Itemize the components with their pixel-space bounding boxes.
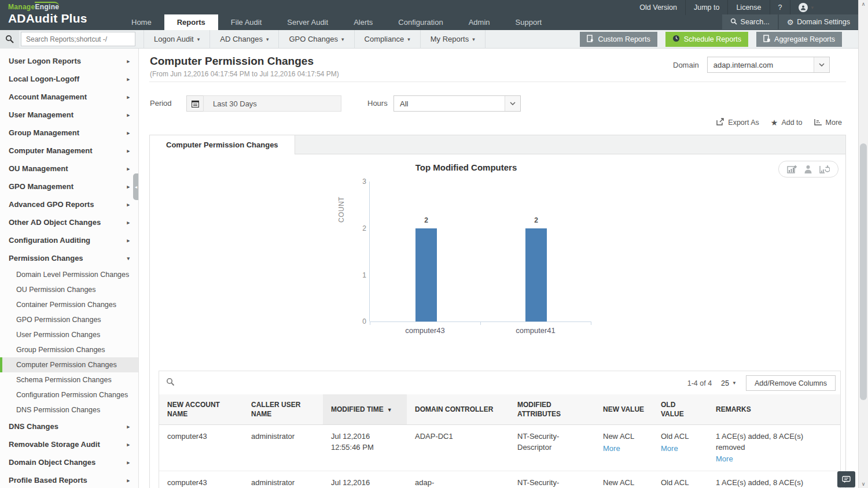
chevron-down-icon: ▾ bbox=[472, 36, 475, 42]
add-to-link[interactable]: ★ Add to bbox=[771, 118, 803, 127]
sidebar-item-group-management[interactable]: Group Management▸ bbox=[0, 124, 138, 142]
remarks-more-link[interactable]: More bbox=[716, 454, 733, 464]
chat-feedback-button[interactable] bbox=[837, 471, 855, 487]
sidebar-item-local-logon-logoff[interactable]: Local Logon-Logoff▸ bbox=[0, 70, 138, 88]
col-header-domain-controller[interactable]: DOMAIN CONTROLLER bbox=[407, 394, 509, 425]
custom-reports-button[interactable]: Custom Reports bbox=[580, 32, 657, 47]
nav-tab-configuration[interactable]: Configuration bbox=[385, 14, 455, 30]
period-value-field[interactable]: Last 30 Days bbox=[203, 95, 341, 112]
bar-computer43[interactable] bbox=[415, 228, 437, 321]
col-header-remarks[interactable]: REMARKS bbox=[708, 394, 840, 425]
aggregate-reports-button[interactable]: Aggregate Reports bbox=[756, 32, 842, 47]
global-search-button[interactable]: Search... bbox=[722, 14, 778, 29]
license-link[interactable]: License bbox=[727, 0, 769, 15]
sidebar-item-configuration-permission-changes[interactable]: Configuration Permission Changes bbox=[0, 387, 138, 402]
page-title: Computer Permission Changes bbox=[150, 55, 314, 68]
filter-row: Period Last 30 Days Hours All bbox=[139, 95, 858, 112]
export-as-link[interactable]: Export As bbox=[716, 118, 759, 127]
sidebar-item-other-ad-object-changes[interactable]: Other AD Object Changes▸ bbox=[0, 213, 138, 231]
sidebar-item-domain-level-permission-changes[interactable]: Domain Level Permission Changes bbox=[0, 267, 138, 282]
col-header-modified-attributes[interactable]: MODIFIED ATTRIBUTES bbox=[509, 394, 595, 425]
menu-compliance[interactable]: Compliance▾ bbox=[355, 30, 421, 49]
schedule-reports-button[interactable]: Schedule Reports bbox=[665, 32, 748, 47]
col-header-new-account-name[interactable]: NEW ACCOUNT NAME bbox=[159, 394, 243, 425]
sidebar-item-profile-based-reports[interactable]: Profile Based Reports▸ bbox=[0, 471, 138, 488]
nav-tab-file-audit[interactable]: File Audit bbox=[218, 14, 274, 30]
sidebar-item-container-permission-changes[interactable]: Container Permission Changes bbox=[0, 297, 138, 312]
x-category-computer41: computer41 bbox=[480, 326, 591, 335]
sidebar-item-permission-changes[interactable]: Permission Changes▾ bbox=[0, 249, 138, 267]
jump-to-link[interactable]: Jump to bbox=[685, 0, 727, 15]
col-header-modified-time[interactable]: MODIFIED TIME▼ bbox=[323, 394, 407, 425]
menu-ad-changes[interactable]: AD Changes▾ bbox=[210, 30, 279, 49]
bar-computer41[interactable] bbox=[525, 228, 547, 321]
sidebar-item-user-management[interactable]: User Management▸ bbox=[0, 106, 138, 124]
report-search-input[interactable] bbox=[21, 32, 135, 46]
chart-person-icon[interactable] bbox=[804, 165, 812, 174]
y-tick-2: 2 bbox=[354, 224, 366, 232]
domain-label: Domain bbox=[673, 61, 699, 69]
nav-tab-home[interactable]: Home bbox=[119, 14, 164, 30]
chart-toolbar bbox=[778, 161, 838, 178]
sidebar-item-gpo-permission-changes[interactable]: GPO Permission Changes bbox=[0, 312, 138, 327]
sidebar-item-group-permission-changes[interactable]: Group Permission Changes bbox=[0, 342, 138, 357]
domain-selector-row: Domain adap.internal.com bbox=[673, 57, 830, 73]
tab-computer-permission-changes[interactable]: Computer Permission Changes bbox=[150, 135, 295, 154]
help-button[interactable]: ? bbox=[770, 0, 790, 15]
col-header-new-value[interactable]: NEW VALUE bbox=[595, 394, 653, 425]
chart-type-add-icon[interactable] bbox=[787, 165, 797, 174]
old-value-more-link[interactable]: More bbox=[661, 443, 678, 454]
sidebar-item-advanced-gpo-reports[interactable]: Advanced GPO Reports▸ bbox=[0, 195, 138, 213]
col-header-old-value[interactable]: OLD VALUE bbox=[653, 394, 708, 425]
arrow-right-icon: ▸ bbox=[127, 442, 130, 448]
table-search-icon[interactable] bbox=[166, 378, 175, 389]
sidebar-item-ou-management[interactable]: OU Management▸ bbox=[0, 160, 138, 178]
menu-my-reports[interactable]: My Reports▾ bbox=[421, 30, 486, 49]
sidebar-item-account-management[interactable]: Account Management▸ bbox=[0, 88, 138, 106]
collapse-left-icon: ◄ bbox=[134, 185, 138, 189]
domain-settings-button[interactable]: ⚙ Domain Settings bbox=[779, 14, 858, 29]
sidebar-item-dns-changes[interactable]: DNS Changes▸ bbox=[0, 417, 138, 435]
user-menu[interactable]: ▾ bbox=[790, 0, 822, 15]
sidebar-item-removable-storage-audit[interactable]: Removable Storage Audit▸ bbox=[0, 435, 138, 453]
sidebar-collapse-handle[interactable]: ◄ bbox=[133, 173, 139, 200]
calendar-icon[interactable] bbox=[186, 95, 204, 112]
cell-modified-attributes: NT-Security-Descriptor bbox=[509, 425, 595, 471]
old-version-link[interactable]: Old Version bbox=[631, 0, 685, 15]
report-date-range: (From Jun 12,2016 04:17:54 PM to Jul 12,… bbox=[150, 70, 339, 78]
page-scrollbar[interactable]: ∧ ∨ bbox=[858, 0, 868, 488]
more-icon bbox=[814, 119, 822, 127]
sidebar-item-computer-permission-changes[interactable]: Computer Permission Changes bbox=[0, 357, 138, 372]
new-value-more-link[interactable]: More bbox=[603, 443, 620, 454]
nav-tab-support[interactable]: Support bbox=[503, 14, 555, 30]
sidebar-item-ou-permission-changes[interactable]: OU Permission Changes bbox=[0, 282, 138, 297]
arrow-right-icon: ▸ bbox=[127, 112, 130, 118]
nav-tab-alerts[interactable]: Alerts bbox=[341, 14, 385, 30]
report-category-menus: Logon Audit▾ AD Changes▾ GPO Changes▾ Co… bbox=[144, 30, 486, 49]
sidebar-item-configuration-auditing[interactable]: Configuration Auditing▸ bbox=[0, 231, 138, 249]
sidebar-item-schema-permission-changes[interactable]: Schema Permission Changes bbox=[0, 372, 138, 387]
menu-gpo-changes[interactable]: GPO Changes▾ bbox=[279, 30, 354, 49]
sidebar-item-user-logon-reports[interactable]: User Logon Reports▸ bbox=[0, 52, 138, 70]
header-buttons: Search... ⚙ Domain Settings bbox=[721, 14, 858, 29]
col-header-caller-user-name[interactable]: CALLER USER NAME bbox=[243, 394, 323, 425]
nav-tab-reports[interactable]: Reports bbox=[164, 14, 218, 30]
hours-select[interactable]: All bbox=[393, 95, 521, 112]
more-actions-link[interactable]: More bbox=[814, 118, 842, 127]
sidebar-item-user-permission-changes[interactable]: User Permission Changes bbox=[0, 327, 138, 342]
arrow-right-icon: ▸ bbox=[127, 148, 130, 154]
menu-logon-audit[interactable]: Logon Audit▾ bbox=[144, 30, 210, 49]
add-remove-columns-button[interactable]: Add/Remove Columns bbox=[746, 375, 836, 391]
scrollbar-thumb[interactable] bbox=[860, 143, 867, 400]
sidebar-item-dns-permission-changes[interactable]: DNS Permission Changes bbox=[0, 402, 138, 417]
sidebar-item-domain-object-changes[interactable]: Domain Object Changes▸ bbox=[0, 453, 138, 471]
chart-refresh-icon[interactable] bbox=[819, 165, 830, 174]
domain-select[interactable]: adap.internal.com bbox=[707, 57, 830, 73]
scroll-up-arrow[interactable]: ∧ bbox=[859, 1, 868, 7]
page-size-select[interactable]: 25 ▼ bbox=[721, 379, 737, 387]
sidebar-item-gpo-management[interactable]: GPO Management▸ bbox=[0, 178, 138, 195]
nav-tab-admin[interactable]: Admin bbox=[456, 14, 503, 30]
sidebar-item-computer-management[interactable]: Computer Management▸ bbox=[0, 142, 138, 160]
nav-tab-server-audit[interactable]: Server Audit bbox=[274, 14, 341, 30]
scroll-down-arrow[interactable]: ∨ bbox=[859, 481, 868, 487]
